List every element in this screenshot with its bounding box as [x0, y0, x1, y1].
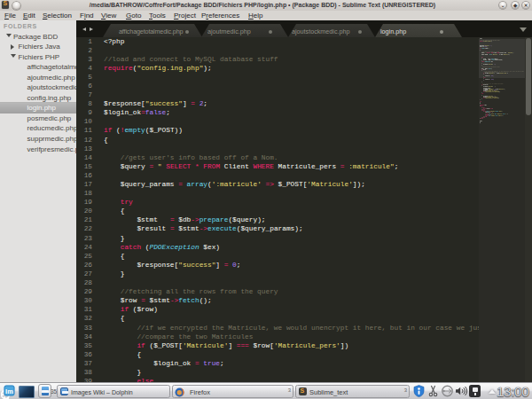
svg-text:lm: lm	[5, 387, 13, 395]
